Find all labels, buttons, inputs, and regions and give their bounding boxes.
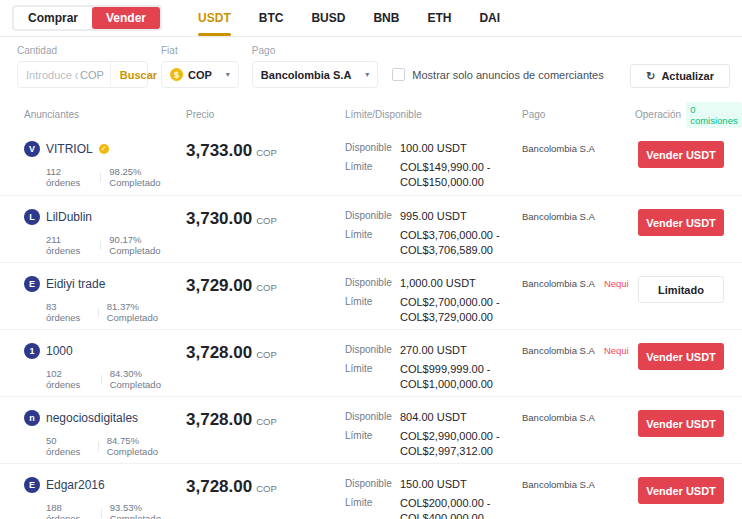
limit-label: Límite	[345, 496, 392, 519]
limit-range: COL$2,700,000.00 -COL$3,729,000.00	[400, 295, 522, 325]
col-header-advertisers: Anunciantes	[24, 109, 186, 120]
tab-btc[interactable]: BTC	[245, 0, 298, 36]
filter-bar: Cantidad COP Buscar Fiat $ COP ▾ Pago Ba…	[0, 37, 742, 101]
divider	[98, 442, 99, 451]
divider	[100, 241, 101, 250]
payment-method: Bancolombia S.A	[522, 143, 595, 154]
table-header: Anunciantes Precio Límite/Disponible Pag…	[0, 101, 742, 128]
limit-label: Límite	[345, 160, 392, 190]
avatar: E	[24, 276, 40, 292]
merchants-only-label: Mostrar solo anuncios de comerciantes	[412, 69, 603, 81]
price-value: 3,728.00	[186, 410, 252, 430]
payment-select[interactable]: Bancolombia S.A ▾	[252, 61, 378, 88]
limit-range: COL$200,000.00 -COL$400,000.00	[400, 496, 522, 519]
orders-count: 50 órdenes	[46, 435, 90, 457]
limit-range: COL$2,990,000.00 -COL$2,997,312.00	[400, 429, 522, 459]
amount-input-group: COP Buscar	[17, 61, 148, 88]
tab-usdt[interactable]: USDT	[184, 0, 245, 36]
advertiser-name[interactable]: Eidiyi trade	[46, 277, 105, 291]
advertiser-name[interactable]: LilDublin	[46, 210, 92, 224]
advertiser-cell: L LilDublin 211 órdenes 90.17% Completad…	[24, 209, 186, 256]
offer-row: E Eidiyi trade 83 órdenes 81.37% Complet…	[0, 262, 742, 329]
payment-methods-cell: Bancolombia S.ANequi	[522, 276, 635, 289]
tab-dai[interactable]: DAI	[465, 0, 514, 36]
action-cell: Limitado	[635, 276, 724, 303]
merchants-only-checkbox[interactable]	[392, 68, 405, 81]
col-header-payment: Pago	[522, 109, 635, 120]
orders-count: 211 órdenes	[46, 234, 92, 256]
trade-action-button[interactable]: Vender USDT	[638, 209, 724, 236]
payment-value: Bancolombia S.A	[261, 69, 351, 81]
price-currency: COP	[256, 147, 277, 158]
avatar: E	[24, 477, 40, 493]
payment-method: Bancolombia S.A	[522, 412, 595, 423]
merchants-only-checkbox-group[interactable]: Mostrar solo anuncios de comerciantes	[392, 61, 603, 88]
completion-rate: 84.75% Completado	[107, 435, 186, 457]
fiat-value: COP	[188, 69, 212, 81]
payment-methods-cell: Bancolombia S.ANequi	[522, 343, 635, 356]
payment-methods-cell: Bancolombia S.A	[522, 477, 635, 490]
price-cell: 3,728.00 COP	[186, 343, 345, 363]
completion-rate: 98.25% Completado	[109, 166, 186, 188]
limit-range: COL$999,999.00 -COL$1,000,000.00	[400, 362, 522, 392]
available-label: Disponible	[345, 141, 392, 156]
fiat-select[interactable]: $ COP ▾	[161, 61, 239, 88]
advertiser-cell: 1 1000 102 órdenes 84.30% Completado	[24, 343, 186, 390]
trade-action-button[interactable]: Limitado	[638, 276, 724, 303]
payment-methods-cell: Bancolombia S.A	[522, 410, 635, 423]
refresh-button-label: Actualizar	[661, 70, 714, 82]
orders-count: 102 órdenes	[46, 368, 93, 390]
available-value: 1,000.00 USDT	[400, 276, 522, 291]
orders-count: 188 órdenes	[46, 502, 93, 519]
payment-method: Bancolombia S.A	[522, 211, 595, 222]
sell-toggle-button[interactable]: Vender	[92, 7, 160, 29]
tab-eth[interactable]: ETH	[413, 0, 465, 36]
trade-action-button[interactable]: Vender USDT	[638, 343, 724, 370]
payment-method: Bancolombia S.A	[522, 479, 595, 490]
offer-row: L LilDublin 211 órdenes 90.17% Completad…	[0, 195, 742, 262]
offer-row: E Edgar2016 188 órdenes 93.53% Completad…	[0, 463, 742, 519]
advertiser-name[interactable]: VITRIOL	[46, 142, 93, 156]
amount-input[interactable]	[26, 69, 78, 81]
payment-method: Nequi	[604, 345, 629, 356]
top-bar: Comprar Vender USDT BTC BUSD BNB ETH DAI	[0, 0, 742, 37]
orders-count: 83 órdenes	[46, 301, 90, 323]
action-cell: Vender USDT	[635, 209, 724, 236]
action-cell: Vender USDT	[635, 343, 724, 370]
limit-available-cell: Disponible 995.00 USDT Límite COL$3,706,…	[345, 209, 522, 258]
trade-action-button[interactable]: Vender USDT	[638, 410, 724, 437]
tab-bnb[interactable]: BNB	[359, 0, 413, 36]
advertiser-name[interactable]: 1000	[46, 344, 73, 358]
completion-rate: 81.37% Completado	[107, 301, 186, 323]
buy-toggle-button[interactable]: Comprar	[14, 7, 92, 29]
tab-busd[interactable]: BUSD	[297, 0, 359, 36]
advertiser-cell: E Eidiyi trade 83 órdenes 81.37% Complet…	[24, 276, 186, 323]
offers-list: V VITRIOL ✓ 112 órdenes 98.25% Completad…	[0, 128, 742, 519]
price-value: 3,728.00	[186, 477, 252, 497]
completion-rate: 90.17% Completado	[109, 234, 186, 256]
refresh-button[interactable]: ↻ Actualizar	[630, 64, 730, 88]
advertiser-name[interactable]: negociosdigitales	[46, 411, 138, 425]
trade-action-button[interactable]: Vender USDT	[638, 477, 724, 504]
available-value: 804.00 USDT	[400, 410, 522, 425]
divider	[98, 308, 99, 317]
offer-row: V VITRIOL ✓ 112 órdenes 98.25% Completad…	[0, 128, 742, 195]
advertiser-cell: n negociosdigitales 50 órdenes 84.75% Co…	[24, 410, 186, 457]
chevron-down-icon: ▾	[365, 70, 369, 79]
advertiser-cell: V VITRIOL ✓ 112 órdenes 98.25% Completad…	[24, 141, 186, 188]
amount-currency-suffix: COP	[80, 69, 104, 81]
divider	[100, 173, 101, 182]
verified-badge-icon: ✓	[99, 144, 109, 154]
available-value: 270.00 USDT	[400, 343, 522, 358]
available-value: 150.00 USDT	[400, 477, 522, 492]
crypto-tabs: USDT BTC BUSD BNB ETH DAI	[184, 0, 514, 36]
price-cell: 3,730.00 COP	[186, 209, 345, 229]
completion-rate: 84.30% Completado	[110, 368, 186, 390]
trade-action-button[interactable]: Vender USDT	[638, 141, 724, 168]
advertiser-name[interactable]: Edgar2016	[46, 478, 105, 492]
search-button[interactable]: Buscar	[110, 62, 166, 87]
col-header-price: Precio	[186, 109, 345, 120]
limit-available-cell: Disponible 1,000.00 USDT Límite COL$2,70…	[345, 276, 522, 325]
limit-label: Límite	[345, 228, 392, 258]
col-header-limit-available: Límite/Disponible	[345, 109, 522, 120]
